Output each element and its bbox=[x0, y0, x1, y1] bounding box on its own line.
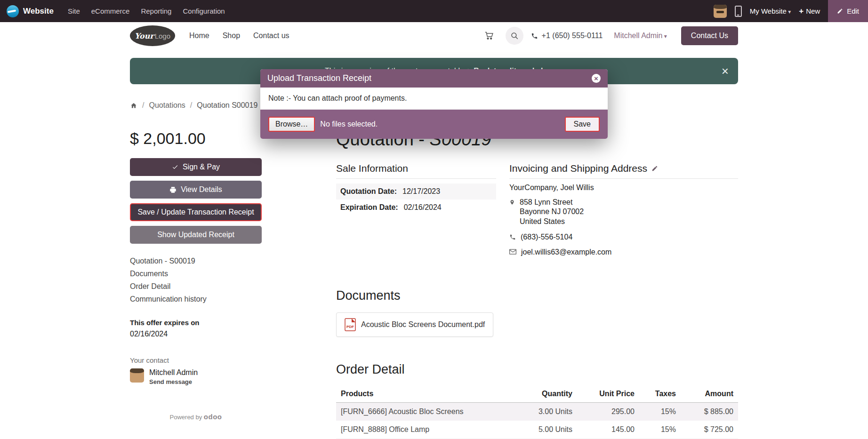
portal-content: $ 2,001.00 Sign & Pay View Details Save … bbox=[130, 129, 738, 439]
file-status-text: No files selected. bbox=[320, 120, 378, 128]
menu-site[interactable]: Site bbox=[68, 7, 80, 15]
quotation-date-row: Quotation Date: 12/17/2023 bbox=[336, 184, 496, 200]
new-button[interactable]: New bbox=[799, 7, 820, 16]
breadcrumb-current: Quotation S00019 bbox=[197, 101, 257, 110]
quotation-date-label: Quotation Date: bbox=[340, 187, 397, 196]
nav-contact-us[interactable]: Contact us bbox=[253, 32, 289, 40]
address-heading-label: Invoicing and Shipping Address bbox=[509, 163, 647, 174]
home-icon bbox=[130, 102, 137, 109]
view-details-label: View Details bbox=[181, 185, 222, 194]
modal-footer: Browse… No files selected. Save bbox=[260, 110, 608, 139]
contact-name: Mitchell Admin bbox=[149, 368, 198, 377]
modal-close-icon[interactable] bbox=[592, 74, 601, 83]
table-row: [FURN_8888] Office Lamp 5.00 Units 145.0… bbox=[336, 421, 738, 439]
sale-information-section: Sale Information Quotation Date: 12/17/2… bbox=[336, 163, 496, 263]
cart-icon[interactable] bbox=[480, 27, 498, 45]
printer-icon bbox=[169, 186, 177, 193]
document-file-chip[interactable]: PDF Acoustic Bloc Screens Document.pdf bbox=[336, 312, 493, 337]
user-dropdown[interactable]: Mitchell Admin bbox=[614, 32, 667, 40]
sidebar-link-quotation[interactable]: Quotation - S00019 bbox=[130, 257, 262, 265]
cell-amount: $ 725.00 bbox=[681, 421, 738, 439]
banner-close-icon[interactable] bbox=[722, 65, 729, 77]
breadcrumb-separator bbox=[142, 101, 144, 110]
quotation-date-value: 12/17/2023 bbox=[402, 187, 440, 196]
header-right-group: +1 (650) 555-0111 Mitchell Admin Contact… bbox=[480, 26, 738, 45]
topbar-right-group: My Website New Edit bbox=[714, 0, 868, 22]
check-icon bbox=[172, 164, 178, 170]
site-header: Your Logo Home Shop Contact us +1 (650) … bbox=[0, 22, 868, 49]
website-logo-icon bbox=[7, 5, 19, 17]
phone-handset-icon bbox=[509, 234, 516, 240]
address-phone: (683)-556-5104 bbox=[521, 233, 572, 241]
contact-row: Mitchell Admin Send message bbox=[130, 368, 262, 385]
nav-shop[interactable]: Shop bbox=[223, 32, 240, 40]
site-logo[interactable]: Your Logo bbox=[130, 25, 175, 46]
phone-handset-icon bbox=[531, 32, 538, 40]
powered-by: Powered by odoo bbox=[130, 413, 262, 421]
new-label: New bbox=[806, 7, 820, 15]
save-update-receipt-button[interactable]: Save / Update Transaction Receipt bbox=[130, 203, 262, 221]
address-country: United States bbox=[520, 217, 584, 226]
mobile-preview-icon[interactable] bbox=[735, 6, 742, 17]
brand-label: Website bbox=[23, 7, 54, 16]
cell-unit-price: 295.00 bbox=[577, 403, 639, 421]
table-row: [FURN_6666] Acoustic Bloc Screens 3.00 U… bbox=[336, 403, 738, 421]
header-phone-link[interactable]: +1 (650) 555-0111 bbox=[531, 32, 603, 40]
website-app-menu[interactable]: Website bbox=[7, 5, 54, 17]
breadcrumb-home[interactable] bbox=[130, 101, 137, 110]
menu-ecommerce[interactable]: eCommerce bbox=[91, 7, 130, 15]
nav-home[interactable]: Home bbox=[189, 32, 209, 40]
modal-note: Note :- You can attach proof of payments… bbox=[260, 88, 608, 110]
pdf-icon: PDF bbox=[345, 318, 356, 331]
site-logo-logo: Logo bbox=[155, 32, 170, 40]
svg-text:PDF: PDF bbox=[346, 325, 354, 329]
offer-expires-date: 02/16/2024 bbox=[130, 330, 262, 338]
my-website-label: My Website bbox=[750, 7, 787, 15]
address-street: 858 Lynn Street bbox=[520, 198, 584, 207]
address-phone-group: (683)-556-5104 bbox=[509, 233, 738, 241]
my-website-dropdown[interactable]: My Website bbox=[750, 7, 791, 15]
search-icon[interactable] bbox=[506, 27, 523, 45]
edit-label: Edit bbox=[847, 7, 859, 15]
sidebar-link-documents[interactable]: Documents bbox=[130, 270, 262, 278]
menu-configuration[interactable]: Configuration bbox=[183, 7, 225, 15]
breadcrumb-quotations[interactable]: Quotations bbox=[149, 101, 185, 110]
menu-reporting[interactable]: Reporting bbox=[141, 7, 171, 15]
sidebar-link-communication-history[interactable]: Communication history bbox=[130, 295, 262, 303]
expiration-date-row: Expiration Date: 02/16/2024 bbox=[336, 200, 496, 216]
expiration-date-value: 02/16/2024 bbox=[404, 203, 442, 212]
col-quantity: Quantity bbox=[520, 385, 577, 403]
odoo-logo[interactable]: odoo bbox=[204, 413, 222, 421]
save-button[interactable]: Save bbox=[565, 117, 600, 132]
cell-product: [FURN_8888] Office Lamp bbox=[336, 421, 520, 439]
show-updated-receipt-button[interactable]: Show Updated Receipt bbox=[130, 226, 262, 244]
col-taxes: Taxes bbox=[639, 385, 681, 403]
powered-by-label: Powered by bbox=[170, 414, 202, 421]
address-email-group: joel.willis63@example.com bbox=[509, 248, 738, 256]
send-message-link[interactable]: Send message bbox=[149, 378, 198, 385]
sign-pay-button[interactable]: Sign & Pay bbox=[130, 158, 262, 176]
edit-button[interactable]: Edit bbox=[828, 0, 868, 22]
backend-topbar: Website Site eCommerce Reporting Configu… bbox=[0, 0, 868, 22]
cell-amount: $ 885.00 bbox=[681, 403, 738, 421]
edit-address-pencil-icon[interactable] bbox=[651, 165, 658, 172]
contact-us-button[interactable]: Contact Us bbox=[681, 26, 738, 45]
modal-title: Upload Transaction Receipt bbox=[267, 73, 371, 83]
address-street-group: 858 Lynn Street Bayonne NJ 07002 United … bbox=[509, 198, 738, 226]
quotation-sidebar: $ 2,001.00 Sign & Pay View Details Save … bbox=[130, 129, 262, 421]
save-update-receipt-label: Save / Update Transaction Receipt bbox=[137, 208, 254, 216]
browse-button[interactable]: Browse… bbox=[268, 117, 315, 132]
user-avatar[interactable] bbox=[714, 5, 727, 18]
order-table-header-row: Products Quantity Unit Price Taxes Amoun… bbox=[336, 385, 738, 403]
col-unit-price: Unit Price bbox=[577, 385, 639, 403]
cell-unit-price: 145.00 bbox=[577, 421, 639, 439]
document-file-name: Acoustic Bloc Screens Document.pdf bbox=[361, 320, 485, 329]
cell-product: [FURN_6666] Acoustic Bloc Screens bbox=[336, 403, 520, 421]
plus-icon bbox=[799, 7, 804, 16]
view-details-button[interactable]: View Details bbox=[130, 181, 262, 199]
user-dropdown-label: Mitchell Admin bbox=[614, 32, 662, 40]
cell-taxes: 15% bbox=[639, 421, 681, 439]
sidebar-links: Quotation - S00019 Documents Order Detai… bbox=[130, 257, 262, 303]
sidebar-link-order-detail[interactable]: Order Detail bbox=[130, 282, 262, 291]
order-detail-heading: Order Detail bbox=[336, 362, 738, 377]
